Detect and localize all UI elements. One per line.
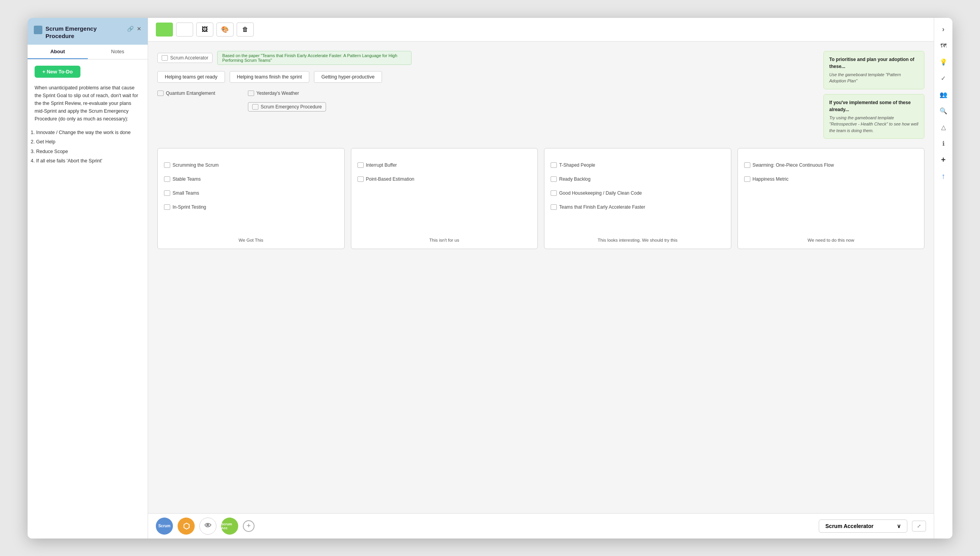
badge-icon xyxy=(162,55,168,61)
filter-btn-2[interactable]: Getting hyper-productive xyxy=(314,71,382,83)
info-card-0: To prioritise and plan your adoption of … xyxy=(823,51,924,89)
pattern-card-grid: Scrumming the Scrum Stable Teams Small T… xyxy=(157,148,924,249)
card-item-icon xyxy=(164,162,170,168)
list-item: Reduce Scope xyxy=(36,147,141,156)
weather-label: Yesterday's Weather xyxy=(256,91,299,96)
quantum-label: Quantum Entanglement xyxy=(166,91,215,96)
card-item[interactable]: Good Housekeeping / Daily Clean Code xyxy=(551,190,725,196)
card-item-label: Point-Based Estimation xyxy=(366,176,415,182)
card-item[interactable]: Ready Backlog xyxy=(551,176,725,182)
yesterday-weather-item[interactable]: Yesterday's Weather xyxy=(248,91,326,96)
info-card-subtitle-0: Use the gameboard template "Pattern Adop… xyxy=(829,71,919,84)
list-item: Innovate / Change the way the work is do… xyxy=(36,128,141,137)
add-icon[interactable]: + xyxy=(938,155,949,166)
scrum-accelerator-row: Scrum Accelerator Based on the paper "Te… xyxy=(157,51,816,65)
card-item-icon xyxy=(164,176,170,182)
new-todo-button[interactable]: + New To-Do xyxy=(35,66,80,78)
sidebar-tabs: About Notes xyxy=(28,45,148,59)
card-item[interactable]: Teams that Finish Early Accelerate Faste… xyxy=(551,204,725,210)
checklist-icon[interactable]: ✓ xyxy=(938,73,949,84)
nav-scrum-acc-label: Scrum Acc xyxy=(221,522,238,530)
card-item-label: Swarming: One-Piece Continuous Flow xyxy=(753,162,834,168)
card-item-icon xyxy=(744,176,750,182)
list-item: Get Help xyxy=(36,138,141,146)
green-square-tool[interactable] xyxy=(156,23,173,37)
warning-icon[interactable]: △ xyxy=(938,122,949,133)
plugin-icon[interactable]: ↑ xyxy=(938,171,949,182)
right-panel: › 🗺 💡 ✓ 👥 🔍 △ ℹ + ↑ xyxy=(934,18,952,539)
info-card-title-0: To prioritise and plan your adoption of … xyxy=(829,56,919,70)
card-item-icon xyxy=(164,204,170,210)
card-item[interactable]: Point-Based Estimation xyxy=(357,176,532,182)
filter-btn-0[interactable]: Helping teams get ready xyxy=(157,71,225,83)
expand-button[interactable]: ⤢ xyxy=(912,521,926,532)
sidebar-header: Scrum Emergency Procedure 🔗 ✕ xyxy=(28,18,148,45)
link-icon[interactable]: 🔗 xyxy=(127,26,134,32)
nav-scrum-acc[interactable]: Scrum Acc xyxy=(221,518,238,535)
paper-text: Based on the paper "Teams that Finish Ea… xyxy=(222,53,397,63)
card-item-icon xyxy=(357,162,364,168)
card-item-label: Good Housekeeping / Daily Clean Code xyxy=(559,190,642,196)
info-card-title-1: If you've implemented some of these alre… xyxy=(829,99,919,113)
card-item-icon xyxy=(357,176,364,182)
bottom-right: Scrum Accelerator ∨ ⤢ xyxy=(819,519,926,533)
close-icon[interactable]: ✕ xyxy=(137,26,141,32)
card-item-label: Teams that Finish Early Accelerate Faste… xyxy=(559,204,645,210)
info-cards: To prioritise and plan your adoption of … xyxy=(823,51,924,139)
info-card-1: If you've implemented some of these alre… xyxy=(823,94,924,139)
nav-scrum[interactable]: Scrum xyxy=(156,518,173,535)
card-item[interactable]: Interrupt Buffer xyxy=(357,162,532,168)
scrum-acc-select[interactable]: Scrum Accelerator ∨ xyxy=(819,519,907,533)
card-item-icon xyxy=(551,190,557,196)
nav-scrum-label: Scrum xyxy=(158,524,170,528)
card-item-label: Scrumming the Scrum xyxy=(173,162,219,168)
pattern-card-0: Scrumming the Scrum Stable Teams Small T… xyxy=(157,148,345,249)
card-item[interactable]: Stable Teams xyxy=(164,176,338,182)
expand-icon: ⤢ xyxy=(917,523,921,529)
card-item[interactable]: Small Teams xyxy=(164,190,338,196)
search-icon[interactable]: 🔍 xyxy=(938,106,949,117)
nav-plus-button[interactable]: + xyxy=(243,520,255,532)
info-card-subtitle-1: Try using the gameboard template "Retros… xyxy=(829,115,919,134)
card-item[interactable]: Swarming: One-Piece Continuous Flow xyxy=(744,162,918,168)
card-item-icon xyxy=(551,176,557,182)
collapse-panel-icon[interactable]: › xyxy=(938,24,949,35)
nav-hex[interactable]: ⬡ xyxy=(178,518,195,535)
tab-about[interactable]: About xyxy=(28,45,88,59)
card-item[interactable]: T-Shaped People xyxy=(551,162,725,168)
users-icon[interactable]: 👥 xyxy=(938,89,949,100)
card-item-icon xyxy=(164,190,170,196)
nav-eye[interactable]: 👁 xyxy=(199,518,216,535)
paper-link: Based on the paper "Teams that Finish Ea… xyxy=(217,51,412,65)
info-icon[interactable]: ℹ xyxy=(938,138,949,149)
lightbulb-icon[interactable]: 💡 xyxy=(938,57,949,68)
weather-section: Yesterday's Weather Scrum Emergency Proc… xyxy=(248,91,326,112)
trash-tool[interactable]: 🗑 xyxy=(237,23,254,37)
left-sidebar: Scrum Emergency Procedure 🔗 ✕ About Note… xyxy=(28,18,148,539)
filter-btn-1[interactable]: Helping teams finish the sprint xyxy=(230,71,309,83)
canvas-area: Scrum Accelerator Based on the paper "Te… xyxy=(148,42,934,513)
card-item-icon xyxy=(744,162,750,168)
item-icon xyxy=(248,91,254,96)
tab-notes[interactable]: Notes xyxy=(88,45,148,59)
card-item[interactable]: In-Sprint Testing xyxy=(164,204,338,210)
card-item[interactable]: Scrumming the Scrum xyxy=(164,162,338,168)
map-icon[interactable]: 🗺 xyxy=(938,40,949,51)
card-items-1: Interrupt Buffer Point-Based Estimation xyxy=(357,156,532,235)
card-item[interactable]: Happiness Metric xyxy=(744,176,918,182)
sidebar-description: When unanticipated problems arise that c… xyxy=(35,84,141,123)
bottom-bar: Scrum ⬡ 👁 Scrum Acc + Scrum Accelerator … xyxy=(148,513,934,539)
white-square-tool[interactable] xyxy=(176,23,193,37)
card-items-3: Swarming: One-Piece Continuous Flow Happ… xyxy=(744,156,918,235)
image-tool[interactable]: 🖼 xyxy=(196,23,213,37)
card-label-2: This looks interesting. We should try th… xyxy=(551,238,725,242)
quantum-entanglement-item[interactable]: Quantum Entanglement xyxy=(157,91,215,96)
scrum-emergency-button[interactable]: Scrum Emergency Procedure xyxy=(248,102,326,112)
scrum-accelerator-badge: Scrum Accelerator xyxy=(157,53,213,63)
bottom-nav-icons: Scrum ⬡ 👁 Scrum Acc + xyxy=(156,518,255,535)
sidebar-icon xyxy=(34,26,42,34)
sidebar-content: + New To-Do When unanticipated problems … xyxy=(28,59,148,539)
palette-tool[interactable]: 🎨 xyxy=(216,23,234,37)
ep-icon xyxy=(252,104,258,110)
card-item-label: In-Sprint Testing xyxy=(173,204,206,210)
